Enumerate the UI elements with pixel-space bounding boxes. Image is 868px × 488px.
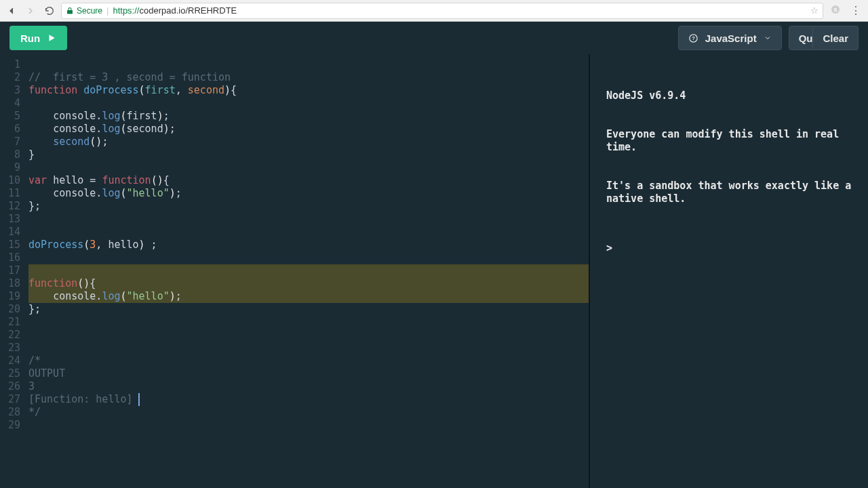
extension-icons: S	[827, 4, 844, 18]
skype-icon[interactable]: S	[830, 4, 841, 18]
shell-panel[interactable]: NodeJS v6.9.4 Everyone can modify this s…	[590, 54, 868, 488]
language-label: JavaScript	[705, 33, 757, 44]
code-editor[interactable]: 1234567891011121314151617181920212223242…	[0, 54, 590, 488]
shell-prompt[interactable]: >	[606, 242, 854, 255]
forward-icon[interactable]	[23, 3, 38, 18]
play-icon	[47, 33, 56, 43]
svg-text:S: S	[834, 6, 837, 12]
clear-label: Clear	[823, 33, 848, 44]
secure-label: Secure	[77, 6, 102, 16]
address-bar[interactable]: Secure | https://coderpad.io/RREHRDTE ☆	[61, 3, 823, 19]
browser-chrome: Secure | https://coderpad.io/RREHRDTE ☆ …	[0, 0, 868, 22]
help-icon: ?	[688, 33, 698, 43]
app-toolbar: Run ? JavaScript Questions	[0, 22, 868, 54]
chevron-down-icon	[764, 34, 772, 42]
shell-header: NodeJS v6.9.4	[606, 89, 854, 102]
text-cursor	[138, 393, 140, 406]
reload-icon[interactable]	[42, 3, 57, 18]
run-button[interactable]: Run	[9, 26, 67, 50]
chrome-menu-icon[interactable]: ⋮	[848, 4, 864, 17]
content-area: 1234567891011121314151617181920212223242…	[0, 54, 868, 488]
back-icon[interactable]	[4, 3, 19, 18]
run-label: Run	[20, 33, 40, 44]
coderpad-app: Run ? JavaScript Questions Clear 1234567…	[0, 22, 868, 488]
secure-badge: Secure	[66, 6, 102, 16]
svg-text:?: ?	[692, 35, 695, 41]
line-gutter: 1234567891011121314151617181920212223242…	[0, 54, 26, 488]
shell-body-1: Everyone can modify this shell in real t…	[606, 128, 854, 154]
star-icon[interactable]: ☆	[810, 5, 818, 16]
url-text: https://coderpad.io/RREHRDTE	[113, 5, 237, 16]
shell-body-2: It's a sandbox that works exactly like a…	[606, 180, 854, 205]
code-lines[interactable]: // first = 3 , second = functionfunction…	[28, 58, 589, 432]
clear-button[interactable]: Clear	[812, 26, 859, 50]
language-dropdown[interactable]: ? JavaScript	[678, 26, 782, 50]
